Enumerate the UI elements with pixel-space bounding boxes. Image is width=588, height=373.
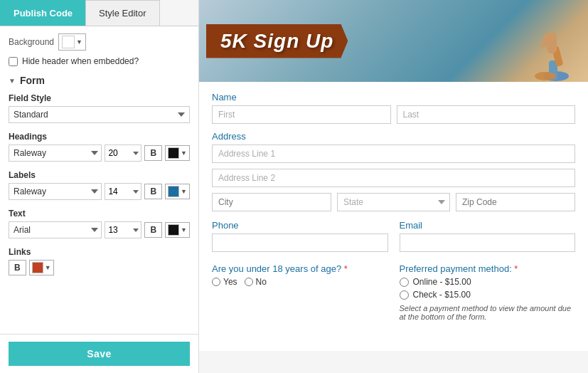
form-section-header[interactable]: ▼ Form — [9, 75, 190, 86]
background-color-button[interactable]: ▼ — [58, 33, 86, 51]
headings-bold-button[interactable]: B — [144, 145, 162, 161]
save-bar: Save — [0, 334, 198, 373]
text-controls: Arial 13 B ▼ — [9, 221, 190, 238]
headings-color-swatch — [168, 147, 179, 159]
email-label: Email — [400, 220, 576, 231]
headings-group: Headings Raleway 20 B ▼ — [9, 132, 190, 162]
background-swatch — [62, 36, 75, 48]
state-select[interactable]: State — [337, 193, 450, 211]
chevron-down-icon: ▼ — [181, 226, 187, 233]
city-input[interactable] — [212, 193, 331, 211]
tab-style-editor[interactable]: Style Editor — [85, 0, 159, 26]
name-label: Name — [212, 92, 575, 103]
payment-options: Online - $15.00 Check - $15.00 — [400, 277, 576, 300]
age-yes-option[interactable]: Yes — [212, 277, 237, 287]
payment-col: Preferred payment method: * Online - $15… — [400, 263, 576, 321]
form-preview: 5K Sign Up Name Address — [199, 0, 588, 351]
field-style-group: Field Style Standard Outlined Filled — [9, 93, 190, 123]
age-payment-section: Are you under 18 years of age? * Yes No — [212, 263, 575, 321]
phone-col: Phone — [212, 220, 388, 258]
labels-controls: Raleway 14 B ▼ — [9, 183, 190, 200]
phone-input[interactable] — [212, 233, 388, 252]
links-controls: B ▼ — [9, 260, 190, 275]
field-style-label: Field Style — [9, 93, 190, 103]
headings-label: Headings — [9, 132, 190, 142]
form-section-label: Form — [20, 75, 45, 86]
payment-check-option[interactable]: Check - $15.00 — [400, 290, 576, 300]
left-panel: Publish Code Style Editor Background ▼ H… — [0, 0, 199, 373]
required-asterisk-age: * — [341, 263, 348, 274]
links-bold-button[interactable]: B — [9, 260, 26, 275]
text-font-select[interactable]: Arial — [9, 221, 102, 238]
hide-header-row: Hide header when embedded? — [9, 56, 190, 66]
tab-bar: Publish Code Style Editor — [0, 0, 198, 26]
text-color-swatch — [168, 224, 179, 236]
save-button[interactable]: Save — [9, 342, 190, 366]
age-yes-radio[interactable] — [212, 278, 220, 286]
form-body: Name Address State — [199, 82, 588, 337]
phone-email-section: Phone Email — [212, 220, 575, 258]
address-label: Address — [212, 131, 575, 142]
age-yes-label: Yes — [223, 277, 237, 287]
payment-check-radio[interactable] — [400, 290, 409, 300]
headings-color-button[interactable]: ▼ — [165, 145, 190, 161]
labels-label: Labels — [9, 170, 190, 180]
background-row: Background ▼ — [9, 33, 190, 51]
text-size-select[interactable]: 13 — [105, 221, 141, 238]
chevron-down-icon: ▼ — [181, 188, 187, 195]
links-color-swatch — [32, 262, 43, 273]
form-header: 5K Sign Up — [199, 0, 588, 82]
links-color-button[interactable]: ▼ — [29, 260, 54, 275]
headings-font-select[interactable]: Raleway — [9, 145, 102, 162]
labels-color-button[interactable]: ▼ — [165, 184, 190, 199]
headings-controls: Raleway 20 B ▼ — [9, 145, 190, 162]
labels-color-swatch — [168, 186, 179, 197]
address-line1-input[interactable] — [212, 145, 575, 163]
labels-bold-button[interactable]: B — [144, 184, 162, 199]
required-asterisk-payment: * — [512, 263, 518, 274]
first-name-input[interactable] — [212, 105, 391, 124]
age-no-option[interactable]: No — [245, 277, 267, 287]
svg-point-3 — [535, 72, 556, 80]
text-color-button[interactable]: ▼ — [165, 222, 190, 238]
headings-size-select[interactable]: 20 — [105, 145, 141, 162]
text-group: Text Arial 13 B ▼ — [9, 209, 190, 238]
payment-online-label: Online - $15.00 — [413, 277, 471, 287]
address-field-block: Address State — [212, 131, 575, 211]
hide-header-checkbox[interactable] — [9, 57, 18, 66]
payment-online-radio[interactable] — [400, 278, 409, 287]
labels-size-select[interactable]: 14 — [105, 183, 141, 200]
age-col: Are you under 18 years of age? * Yes No — [212, 263, 388, 321]
hide-header-label: Hide header when embedded? — [22, 56, 139, 66]
email-col: Email — [400, 220, 576, 258]
age-no-radio[interactable] — [245, 278, 253, 286]
name-field-block: Name — [212, 92, 575, 124]
chevron-down-icon: ▼ — [76, 38, 82, 46]
name-input-row — [212, 105, 575, 124]
right-panel: 5K Sign Up Name Address — [199, 0, 588, 373]
last-name-input[interactable] — [397, 105, 576, 124]
age-radio-group: Yes No — [212, 277, 388, 287]
payment-question: Preferred payment method: * — [400, 263, 576, 274]
payment-online-option[interactable]: Online - $15.00 — [400, 277, 576, 287]
age-no-label: No — [256, 277, 267, 287]
tab-publish-code[interactable]: Publish Code — [0, 0, 86, 26]
links-label: Links — [9, 247, 190, 257]
chevron-down-icon: ▼ — [181, 149, 187, 157]
age-question: Are you under 18 years of age? * — [212, 263, 388, 274]
labels-group: Labels Raleway 14 B ▼ — [9, 170, 190, 200]
links-group: Links B ▼ — [9, 247, 190, 275]
payment-note: Select a payment method to view the amou… — [400, 304, 576, 321]
field-style-select[interactable]: Standard Outlined Filled — [9, 106, 190, 123]
form-title-overlay: 5K Sign Up — [206, 24, 348, 58]
runner-icon — [510, 11, 574, 82]
address-line2-input[interactable] — [212, 169, 575, 187]
text-label: Text — [9, 209, 190, 219]
email-input[interactable] — [400, 233, 576, 252]
payment-check-label: Check - $15.00 — [413, 290, 471, 300]
section-arrow-icon: ▼ — [9, 77, 16, 85]
text-bold-button[interactable]: B — [144, 222, 162, 238]
zip-input[interactable] — [456, 193, 575, 211]
labels-font-select[interactable]: Raleway — [9, 183, 102, 200]
background-label: Background — [9, 37, 54, 47]
